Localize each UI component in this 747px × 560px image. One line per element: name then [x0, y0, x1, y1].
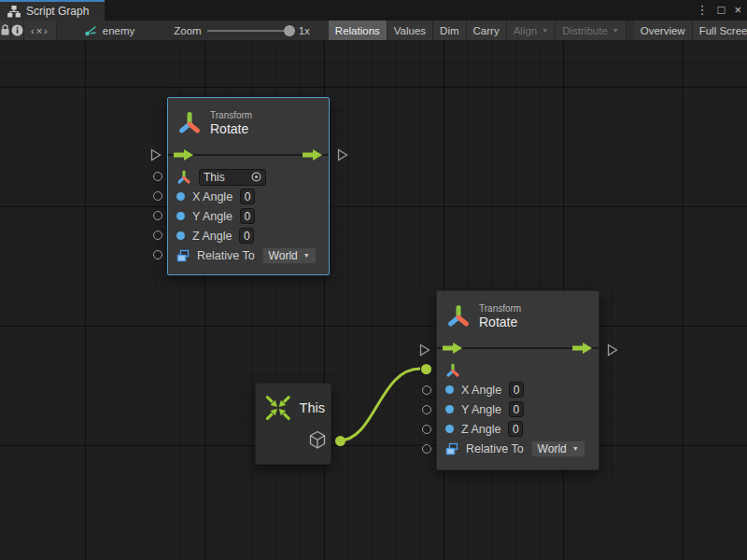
flow-input-port[interactable] — [150, 148, 162, 161]
this-output-port[interactable] — [335, 436, 345, 446]
port-rows: X Angle 0 Y Angle 0 Z Angle 0 — [437, 360, 599, 458]
carry-button[interactable]: Carry — [467, 21, 507, 40]
y-angle-input-port[interactable] — [153, 211, 162, 220]
x-angle-label: X Angle — [461, 384, 501, 397]
flow-input-port[interactable] — [419, 343, 430, 357]
x-angle-input-port[interactable] — [422, 385, 431, 395]
x-angle-row: X Angle 0 — [437, 380, 599, 399]
target-value: This — [204, 171, 247, 184]
target-input-port[interactable] — [153, 172, 162, 181]
info-button[interactable] — [11, 21, 24, 40]
node-transform-rotate-2[interactable]: Transform Rotate — [436, 290, 599, 470]
zoom-slider[interactable] — [207, 30, 293, 32]
graph-canvas[interactable]: Transform Rotate — [0, 41, 747, 560]
flow-output-port[interactable] — [337, 148, 348, 161]
relative-to-label: Relative To — [197, 249, 255, 262]
tab-script-graph[interactable]: Script Graph — [0, 0, 105, 21]
y-angle-input-port[interactable] — [422, 405, 431, 414]
target-row — [437, 360, 599, 380]
y-angle-input[interactable]: 0 — [240, 208, 255, 224]
cube-icon — [308, 430, 327, 450]
x-angle-row: X Angle 0 — [168, 187, 329, 206]
node-this[interactable]: This — [255, 383, 331, 465]
flow-output-port[interactable] — [607, 343, 618, 357]
node-header: Transform Rotate — [437, 291, 599, 336]
x-angle-input[interactable]: 0 — [240, 189, 255, 204]
angle-brackets-icon: ‹×› — [31, 25, 49, 36]
x-angle-input[interactable]: 0 — [509, 382, 524, 398]
this-row: This — [256, 384, 331, 425]
relative-to-row: Relative To World ▼ — [437, 439, 599, 458]
titlebar: Script Graph ⋮ □ × — [0, 0, 747, 21]
relations-button[interactable]: Relations — [329, 21, 388, 40]
node-category: Transform — [479, 302, 521, 315]
z-angle-label: Z Angle — [192, 230, 232, 243]
relative-to-dropdown[interactable]: World ▼ — [262, 247, 317, 264]
info-icon — [11, 24, 23, 36]
z-angle-input[interactable]: 0 — [508, 421, 523, 437]
relative-to-input-port[interactable] — [153, 250, 162, 259]
flow-row — [168, 143, 329, 167]
z-angle-row: Z Angle 0 — [437, 419, 599, 439]
graph-icon — [7, 6, 21, 18]
values-button[interactable]: Values — [388, 21, 433, 40]
relative-to-value: World — [538, 442, 567, 455]
angle-brackets-button[interactable]: ‹×› — [24, 21, 57, 40]
overview-button[interactable]: Overview — [634, 21, 693, 40]
lock-icon — [0, 24, 10, 36]
target-row: This — [168, 167, 329, 187]
value-port-dot — [445, 405, 454, 413]
value-port-dot — [445, 425, 454, 433]
align-button[interactable]: Align ▼ — [507, 21, 557, 40]
x-angle-input-port[interactable] — [153, 191, 162, 201]
y-angle-input[interactable]: 0 — [509, 401, 524, 417]
chevron-down-icon: ▼ — [572, 445, 579, 452]
z-angle-input[interactable]: 0 — [239, 228, 254, 244]
zoom-control: Zoom 1x — [168, 21, 316, 40]
node-link-icon — [85, 25, 97, 36]
script-graph-window: Script Graph ⋮ □ × ‹×› — [0, 0, 747, 560]
fullscreen-button[interactable]: Full Screen — [693, 21, 747, 40]
tab-title: Script Graph — [26, 5, 89, 18]
graph-name: enemy — [103, 25, 135, 36]
relative-to-input-port[interactable] — [422, 444, 431, 454]
z-angle-input-port[interactable] — [422, 425, 431, 434]
connection-wire — [0, 41, 747, 560]
flow-output-arrow-icon — [572, 343, 593, 354]
relative-to-dropdown[interactable]: World ▼ — [531, 441, 585, 457]
target-input-port-connected[interactable] — [421, 364, 431, 374]
align-label: Align — [514, 25, 538, 36]
z-angle-row: Z Angle 0 — [168, 226, 329, 245]
value-port-dot — [176, 231, 185, 240]
transform-icon — [177, 110, 202, 135]
z-angle-input-port[interactable] — [153, 231, 162, 240]
value-port-dot — [176, 192, 185, 201]
zoom-label: Zoom — [174, 25, 201, 36]
chevron-down-icon: ▼ — [613, 27, 619, 34]
node-transform-rotate-1[interactable]: Transform Rotate — [167, 97, 330, 275]
z-angle-label: Z Angle — [461, 423, 500, 436]
transform-icon — [446, 303, 471, 329]
node-header: Transform Rotate — [168, 98, 329, 143]
zoom-slider-handle[interactable] — [284, 25, 295, 36]
chevron-down-icon: ▼ — [542, 27, 548, 34]
y-angle-row: Y Angle 0 — [168, 206, 329, 226]
target-object-field[interactable]: This — [199, 169, 266, 186]
object-picker-icon[interactable] — [251, 172, 261, 182]
y-angle-label: Y Angle — [192, 210, 233, 223]
graph-reference[interactable]: enemy — [78, 21, 143, 40]
port-rows: This X Angle 0 Y Angle 0 — [168, 167, 329, 265]
transform-icon-small — [445, 362, 460, 378]
distribute-label: Distribute — [562, 25, 608, 36]
close-icon[interactable]: × — [734, 0, 741, 21]
toolbar: ‹×› enemy Zoom 1x Relations Values Dim C… — [0, 21, 747, 41]
dim-button[interactable]: Dim — [433, 21, 466, 40]
relative-to-row: Relative To World ▼ — [168, 245, 329, 265]
flow-row — [437, 336, 599, 360]
menu-icon[interactable]: ⋮ — [697, 0, 709, 21]
distribute-button[interactable]: Distribute ▼ — [556, 21, 627, 40]
node-title: Rotate — [210, 121, 252, 136]
relative-to-label: Relative To — [466, 442, 524, 455]
maximize-icon[interactable]: □ — [718, 0, 726, 21]
lock-button[interactable] — [0, 21, 11, 40]
